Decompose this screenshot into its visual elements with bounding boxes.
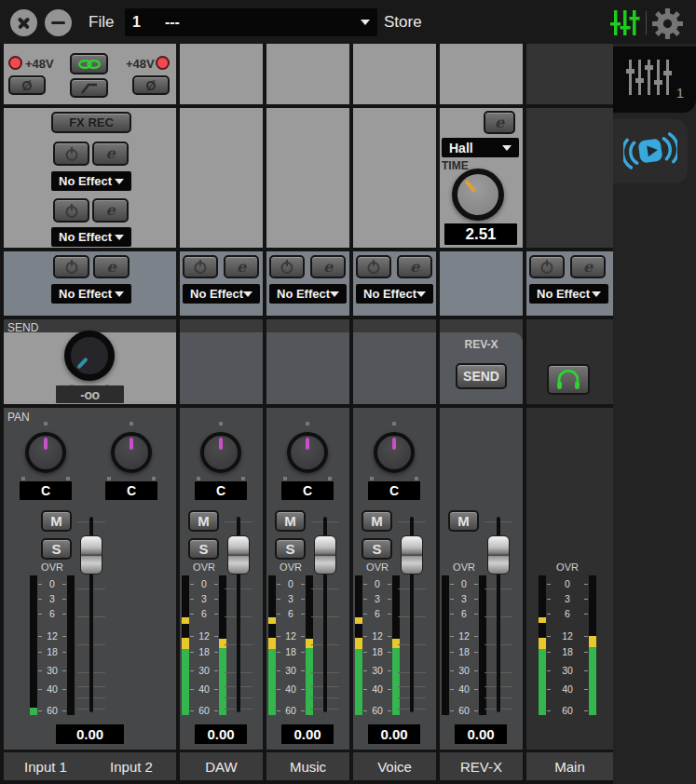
main-effect-power-button[interactable] <box>529 255 565 278</box>
close-button[interactable] <box>10 9 37 36</box>
pan-value-input1[interactable]: C <box>20 481 72 500</box>
pan-value-daw[interactable]: C <box>195 481 247 500</box>
tab-mixer-view[interactable]: 1 <box>613 47 696 113</box>
insert1-edit-button[interactable]: e <box>92 142 129 166</box>
revx-send-button[interactable]: SEND <box>456 363 507 389</box>
solo-button-input[interactable]: S <box>41 538 72 560</box>
settings-gear-icon[interactable] <box>651 7 684 40</box>
reverb-time-value[interactable]: 2.51 <box>444 223 517 245</box>
input-send-knob[interactable] <box>64 331 115 381</box>
meter-scale-tick: 60 <box>277 705 305 716</box>
reverb-time-knob[interactable] <box>452 169 504 221</box>
meter-scale-tick: 40 <box>450 683 478 695</box>
minimize-button[interactable] <box>45 9 72 36</box>
fader-value-revx[interactable]: 0.00 <box>455 724 507 744</box>
voice-effect-power-button[interactable] <box>356 255 391 278</box>
dsp-mixer-window: File 1 --- Store <box>0 0 696 784</box>
daw-effect-dropdown[interactable]: No Effect <box>183 284 260 304</box>
fader-cap[interactable] <box>401 535 423 574</box>
file-preset-dropdown[interactable]: 1 --- <box>125 8 377 36</box>
insert2-power-button[interactable] <box>53 198 89 223</box>
loopback-icon <box>623 129 677 172</box>
pan-knob-music[interactable] <box>287 432 328 473</box>
solo-button-daw[interactable]: S <box>188 538 219 560</box>
meter-scale-tick: 18 <box>190 646 218 657</box>
meter-scale-tick: 30 <box>38 665 66 676</box>
input-effect-power-button[interactable] <box>53 255 89 278</box>
main-effect-edit-button[interactable]: e <box>570 255 606 278</box>
input-effect-edit-button[interactable]: e <box>93 255 130 278</box>
highpass-filter-button[interactable] <box>70 78 108 98</box>
minimize-icon <box>51 21 65 25</box>
solo-button-music[interactable]: S <box>275 538 306 560</box>
pan-knob-input2[interactable] <box>111 432 152 473</box>
fader-revx[interactable] <box>483 515 514 715</box>
voice-effect-edit-button[interactable]: e <box>397 255 432 278</box>
meter-scale-tick: 30 <box>190 665 218 676</box>
fader-cap[interactable] <box>314 535 336 574</box>
insert2-edit-button[interactable]: e <box>92 198 129 223</box>
meter-scale-tick: 3 <box>277 593 305 604</box>
fader-cap[interactable] <box>227 535 250 574</box>
meter-scale-tick: 6 <box>277 608 305 619</box>
headphone-monitor-button[interactable] <box>547 364 590 395</box>
fx-rec-button[interactable]: FX REC <box>51 112 131 133</box>
pan-knob-voice[interactable] <box>374 432 415 473</box>
meter-scale-tick: 30 <box>363 665 391 676</box>
insert1-power-button[interactable] <box>53 142 89 166</box>
mute-button-music[interactable]: M <box>275 510 306 532</box>
daw-effect-power-button[interactable] <box>183 255 218 278</box>
fader-value-music[interactable]: 0.00 <box>281 724 334 744</box>
insert2-effect-dropdown[interactable]: No Effect <box>51 227 131 247</box>
pan-value-input2[interactable]: C <box>105 481 157 500</box>
fader-value-input[interactable]: 0.00 <box>56 724 124 744</box>
input-effect-dropdown[interactable]: No Effect <box>51 284 131 304</box>
meter-bar <box>442 575 449 715</box>
pan-knob-daw[interactable] <box>200 432 241 473</box>
chevron-down-icon <box>115 235 124 240</box>
meter-scale-tick: 60 <box>450 705 478 716</box>
pan-value-music[interactable]: C <box>281 481 334 500</box>
input-send-value[interactable]: -oo <box>56 385 124 403</box>
phase-button-input2[interactable]: Ø <box>132 75 170 95</box>
voice-effect-dropdown[interactable]: No Effect <box>356 284 433 304</box>
tab-loopback-view[interactable] <box>613 119 688 183</box>
fader-daw[interactable] <box>223 515 254 715</box>
meter-ovr-label: OVR <box>268 561 313 573</box>
fader-voice[interactable] <box>396 515 428 715</box>
fader-cap[interactable] <box>80 535 102 574</box>
mute-button-voice[interactable]: M <box>362 510 392 532</box>
meter-ovr-label: OVR <box>182 561 226 573</box>
daw-effect-edit-button[interactable]: e <box>224 255 259 278</box>
knob-tick <box>107 477 111 480</box>
fader-value-voice[interactable]: 0.00 <box>368 724 420 744</box>
pan-value-voice[interactable]: C <box>368 481 420 500</box>
pan-knob-input1[interactable] <box>25 432 66 473</box>
revx-edit-button[interactable]: e <box>484 111 515 134</box>
meter-bar <box>539 575 546 715</box>
music-insert-cell <box>266 108 349 248</box>
chevron-down-icon <box>416 291 426 297</box>
reverb-type-dropdown[interactable]: Hall <box>442 138 519 157</box>
meter-ovr-label: OVR <box>539 561 596 573</box>
main-effect-dropdown[interactable]: No Effect <box>529 284 608 304</box>
stereo-link-button[interactable] <box>70 53 108 74</box>
daw-settings-cell <box>180 44 263 104</box>
mute-button-input[interactable]: M <box>41 510 72 532</box>
solo-button-voice[interactable]: S <box>362 538 392 560</box>
store-button[interactable]: Store <box>384 13 422 32</box>
phantom-label-input2: +48V <box>126 57 155 71</box>
phase-button-input1[interactable]: Ø <box>8 75 46 95</box>
fader-cap[interactable] <box>487 535 510 574</box>
voice-send-panel <box>353 332 436 404</box>
fader-value-daw[interactable]: 0.00 <box>195 724 247 744</box>
music-effect-edit-button[interactable]: e <box>310 255 346 278</box>
insert1-effect-dropdown[interactable]: No Effect <box>51 171 131 191</box>
mute-button-revx[interactable]: M <box>448 510 479 532</box>
music-effect-dropdown[interactable]: No Effect <box>269 284 347 304</box>
fader-music[interactable] <box>309 515 341 715</box>
music-effect-power-button[interactable] <box>269 255 305 278</box>
knob-tick <box>66 477 70 480</box>
mute-button-daw[interactable]: M <box>188 510 219 532</box>
fader-input[interactable] <box>75 515 107 715</box>
